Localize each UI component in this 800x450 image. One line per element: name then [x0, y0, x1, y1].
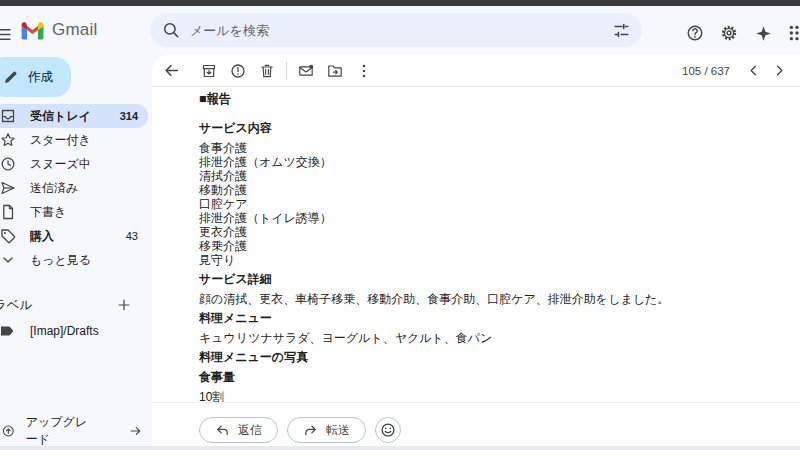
tag-icon — [0, 228, 16, 244]
settings-gear-icon[interactable] — [716, 20, 742, 46]
email-title: ■報告 — [199, 92, 776, 107]
draft-icon — [0, 204, 16, 220]
mark-unread-icon[interactable] — [293, 58, 319, 84]
header-actions — [682, 20, 800, 46]
sidebar-item-label: 購入 — [30, 228, 126, 245]
labels-header: ラベル — [0, 297, 114, 314]
forward-button[interactable]: 転送 — [287, 417, 366, 443]
gemini-sparkle-icon[interactable] — [750, 20, 776, 46]
more-vert-icon[interactable] — [351, 58, 377, 84]
sidebar-item-label: 送信済み — [30, 180, 138, 197]
labels-header-row: ラベル — [0, 292, 152, 318]
emoji-icon — [380, 422, 396, 438]
reply-bar: 返信 転送 — [152, 404, 800, 446]
email-body: サービス内容食事介護排泄介護（オムツ交換）清拭介護移動介護口腔ケア排泄介護（トイ… — [199, 121, 776, 403]
section-heading: 食事量 — [199, 370, 776, 385]
clock-icon — [0, 156, 16, 172]
label-icon — [0, 323, 16, 339]
sidebar-item-count: 314 — [120, 110, 138, 122]
body-line: 清拭介護 — [199, 169, 776, 183]
add-label-plus-icon[interactable] — [114, 295, 134, 315]
compose-label: 作成 — [28, 69, 53, 86]
toolbar-divider — [286, 62, 287, 80]
archive-icon[interactable] — [196, 58, 222, 84]
body-line: 食事介護 — [199, 141, 776, 155]
gmail-app: Gmail 作成 受信トレイ314スター付きスヌーズ中送信済み下書き購入43もっ… — [0, 0, 800, 450]
search-icon[interactable] — [162, 21, 180, 39]
search-input[interactable] — [190, 23, 608, 38]
body-line: 顔の清拭、更衣、車椅子移乗、移動介助、食事介助、口腔ケア、排泄介助をしました。 — [199, 292, 776, 306]
compose-button[interactable]: 作成 — [0, 57, 71, 97]
compose-pencil-icon — [3, 69, 19, 85]
gmail-logo[interactable]: Gmail — [20, 20, 97, 40]
sidebar-item-label: [Imap]/Drafts — [30, 324, 138, 338]
sidebar-item-draft[interactable]: 下書き — [0, 200, 148, 224]
body-line: 移乗介護 — [199, 239, 776, 253]
report-spam-icon[interactable] — [225, 58, 251, 84]
pagination: 105 / 637 — [682, 58, 792, 84]
label-list: [Imap]/Drafts — [0, 318, 152, 344]
sidebar-item-label: スヌーズ中 — [30, 156, 138, 173]
sidebar-item-label: スター付き — [30, 132, 138, 149]
sidebar-item-chevron-down[interactable]: もっと見る — [0, 248, 148, 272]
menu-icon[interactable] — [0, 21, 14, 47]
body-line: キュウリツナサラダ、ヨーグルト、ヤクルト、食パン — [199, 331, 776, 345]
header: Gmail — [0, 6, 800, 55]
body-line: 移動介護 — [199, 183, 776, 197]
forward-label: 転送 — [326, 422, 350, 439]
sidebar: 作成 受信トレイ314スター付きスヌーズ中送信済み下書き購入43もっと見る ラベ… — [0, 55, 152, 446]
sidebar-item-label: 受信トレイ — [30, 108, 120, 125]
delete-icon[interactable] — [254, 58, 280, 84]
bottom-strip — [0, 446, 800, 450]
page-count: 105 / 637 — [682, 65, 730, 77]
sidebar-item-tag[interactable]: 購入43 — [0, 224, 148, 248]
chevron-down-icon — [0, 252, 16, 268]
send-icon — [0, 180, 16, 196]
sidebar-item-star[interactable]: スター付き — [0, 128, 148, 152]
sidebar-nav: 受信トレイ314スター付きスヌーズ中送信済み下書き購入43もっと見る — [0, 104, 152, 272]
sidebar-item-inbox[interactable]: 受信トレイ314 — [0, 104, 148, 128]
gmail-m-icon — [20, 20, 45, 40]
next-icon[interactable] — [766, 58, 792, 84]
mail-toolbar: 105 / 637 — [152, 55, 800, 87]
emoji-button[interactable] — [375, 417, 401, 443]
section-heading: 料理メニュー — [199, 311, 776, 326]
body-line: 10割 — [199, 390, 776, 403]
body-line: 見守り — [199, 253, 776, 267]
tune-icon[interactable] — [608, 17, 634, 43]
search-bar[interactable] — [150, 13, 642, 47]
sidebar-item-clock[interactable]: スヌーズ中 — [0, 152, 148, 176]
reply-label: 返信 — [238, 422, 262, 439]
mail-view: 105 / 637 ■報告 サービス内容食事介護排泄介護（オムツ交換）清拭介護移… — [152, 55, 800, 446]
body-line: 排泄介護（オムツ交換） — [199, 155, 776, 169]
apps-grid-icon[interactable] — [784, 20, 800, 46]
help-icon[interactable] — [682, 20, 708, 46]
sidebar-item-send[interactable]: 送信済み — [0, 176, 148, 200]
browser-chrome-strip — [0, 0, 800, 6]
sidebar-item-count: 43 — [126, 230, 138, 242]
back-icon[interactable] — [158, 58, 184, 84]
body-line: 口腔ケア — [199, 197, 776, 211]
body-line: 排泄介護（トイレ誘導） — [199, 211, 776, 225]
upgrade-label: アップグレード — [26, 414, 94, 448]
section-heading: 料理メニューの写真 — [199, 350, 776, 365]
forward-icon — [303, 423, 318, 438]
reply-icon — [215, 423, 230, 438]
star-icon — [0, 132, 16, 148]
move-to-icon[interactable] — [322, 58, 348, 84]
logo-text: Gmail — [52, 20, 97, 40]
body-line: 更衣介護 — [199, 225, 776, 239]
section-heading: サービス詳細 — [199, 272, 776, 287]
sidebar-item-label[interactable]: [Imap]/Drafts — [0, 318, 148, 344]
sidebar-item-label: 下書き — [30, 204, 138, 221]
prev-icon[interactable] — [740, 58, 766, 84]
upgrade-button[interactable]: アップグレード — [0, 418, 142, 444]
section-heading: サービス内容 — [199, 121, 776, 136]
reply-button[interactable]: 返信 — [199, 417, 278, 443]
upgrade-icon — [2, 423, 15, 439]
email-content: ■報告 サービス内容食事介護排泄介護（オムツ交換）清拭介護移動介護口腔ケア排泄介… — [152, 88, 800, 403]
inbox-icon — [0, 108, 16, 124]
sidebar-item-label: もっと見る — [30, 252, 138, 269]
arrow-right-icon — [129, 423, 142, 439]
